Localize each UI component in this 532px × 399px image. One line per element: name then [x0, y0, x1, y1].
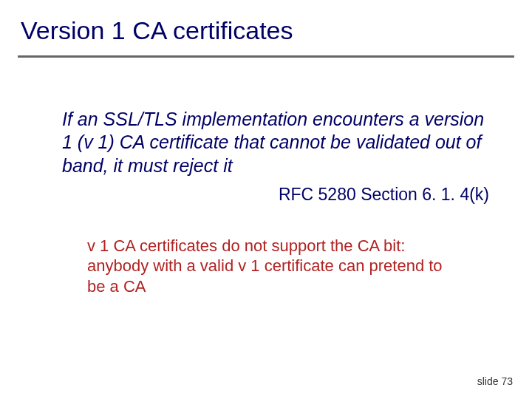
quote-citation: RFC 5280 Section 6. 1. 4(k) [0, 185, 489, 205]
slide-title: Version 1 CA certificates [0, 0, 532, 55]
slide: Version 1 CA certificates If an SSL/TLS … [0, 0, 532, 399]
quote-text: If an SSL/TLS implementation encounters … [62, 108, 489, 177]
slide-number: slide 73 [477, 375, 513, 387]
explanatory-note: v 1 CA certificates do not support the C… [87, 236, 451, 297]
title-underline [18, 55, 514, 58]
